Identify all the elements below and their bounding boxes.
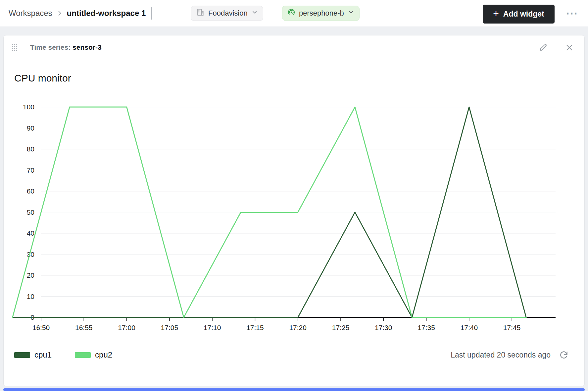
svg-text:17:20: 17:20 <box>289 324 307 331</box>
legend-item-cpu2[interactable]: cpu2 <box>75 350 112 360</box>
refresh-icon[interactable] <box>559 350 568 360</box>
env-selector-label: persephone-b <box>299 9 344 18</box>
widget-header: Time series: sensor-3 <box>4 35 584 59</box>
env-selector-dropdown[interactable]: persephone-b <box>282 6 360 21</box>
breadcrumb: Workspaces untitled-workspace 1 <box>9 0 152 27</box>
svg-text:20: 20 <box>27 271 34 279</box>
svg-text:17:10: 17:10 <box>204 324 221 331</box>
drag-handle-icon[interactable] <box>12 44 17 51</box>
svg-text:10: 10 <box>27 293 34 300</box>
org-selector-label: Foodavision <box>208 9 248 18</box>
breadcrumb-workspaces-link[interactable]: Workspaces <box>9 9 52 18</box>
next-widget-top-edge <box>3 388 585 391</box>
cpu-chart-svg: 010203040506070809010016:5016:5517:0017:… <box>10 100 559 336</box>
svg-text:17:25: 17:25 <box>332 324 350 331</box>
legend-item-cpu1[interactable]: cpu1 <box>14 350 52 360</box>
top-bar: Workspaces untitled-workspace 1 Foodavis… <box>0 0 588 27</box>
svg-text:17:35: 17:35 <box>417 324 435 331</box>
svg-text:100: 100 <box>23 103 34 111</box>
time-series-widget-card: Time series: sensor-3 CPU monitor 010203… <box>3 35 585 386</box>
widget-type-label: Time series: <box>30 43 71 51</box>
workspace-title-input[interactable]: untitled-workspace 1 <box>67 9 146 18</box>
svg-text:17:30: 17:30 <box>375 324 392 331</box>
legend-swatch-cpu1 <box>14 352 30 358</box>
svg-text:17:00: 17:00 <box>118 324 135 331</box>
svg-text:17:45: 17:45 <box>503 324 521 331</box>
ellipsis-icon: ⋯ <box>566 6 579 20</box>
widget-footer: cpu1 cpu2 Last updated 20 seconds ago <box>4 348 584 362</box>
chevron-right-icon <box>56 10 63 17</box>
chevron-down-icon <box>348 9 354 18</box>
svg-text:40: 40 <box>27 229 34 237</box>
legend-swatch-cpu2 <box>75 352 91 358</box>
svg-text:16:50: 16:50 <box>32 324 50 331</box>
svg-text:17:15: 17:15 <box>246 324 264 331</box>
building-icon <box>196 8 205 19</box>
more-options-button[interactable]: ⋯ <box>563 0 581 27</box>
add-widget-button[interactable]: + Add widget <box>483 5 555 24</box>
org-selector-dropdown[interactable]: Foodavision <box>191 6 263 21</box>
svg-text:60: 60 <box>27 187 34 195</box>
chevron-down-icon <box>251 9 258 18</box>
add-widget-label: Add widget <box>503 10 544 19</box>
svg-text:17:40: 17:40 <box>461 324 478 331</box>
svg-text:50: 50 <box>27 208 34 216</box>
svg-text:80: 80 <box>27 145 34 153</box>
widget-title: Time series: sensor-3 <box>30 43 102 51</box>
svg-text:17:05: 17:05 <box>161 324 178 331</box>
text-cursor <box>151 7 152 20</box>
legend-label-cpu2: cpu2 <box>95 350 112 360</box>
target-icon <box>287 8 295 18</box>
svg-text:70: 70 <box>27 166 34 174</box>
edit-widget-button[interactable] <box>539 43 548 52</box>
chart-title: CPU monitor <box>14 73 71 84</box>
legend-label-cpu1: cpu1 <box>34 350 52 360</box>
widget-source-name: sensor-3 <box>73 43 102 51</box>
last-updated-text: Last updated 20 seconds ago <box>451 351 551 360</box>
close-widget-button[interactable] <box>565 43 573 52</box>
svg-text:90: 90 <box>27 124 34 132</box>
plus-icon: + <box>493 9 499 19</box>
svg-text:16:55: 16:55 <box>75 324 93 331</box>
